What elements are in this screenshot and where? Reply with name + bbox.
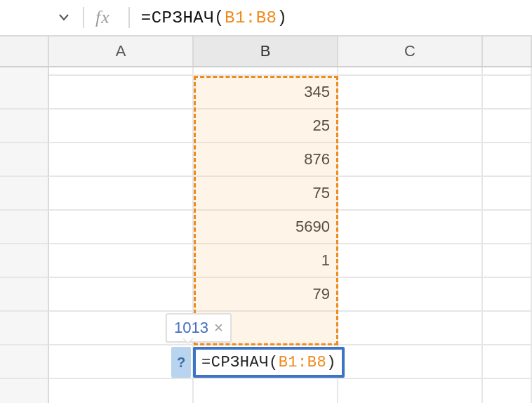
formula-rparen: ) [277, 8, 288, 27]
cell-B1[interactable]: 345 [194, 76, 338, 110]
table-row [0, 379, 532, 403]
ac-range: B1:B8 [279, 354, 327, 371]
cell-A10[interactable] [49, 379, 194, 403]
column-header-A[interactable]: A [49, 37, 194, 66]
ac-lparen: ( [269, 354, 279, 371]
cell[interactable] [194, 67, 338, 76]
name-box[interactable] [10, 0, 77, 35]
vertical-divider [128, 7, 130, 28]
table-row: 1 [0, 244, 532, 278]
ac-eq: = [201, 354, 211, 371]
table-row: 5690 [0, 211, 532, 244]
row-head[interactable] [0, 143, 49, 177]
cell-B7[interactable]: 79 [194, 278, 338, 312]
row-head[interactable] [0, 278, 49, 312]
cell-D6[interactable] [483, 244, 532, 278]
formula-result-preview: 1013 × [166, 313, 232, 343]
formula-range: B1:B8 [225, 8, 277, 27]
formula-bar: fx =СРЗНАЧ(B1:B8) [0, 0, 532, 37]
cell-D3[interactable] [483, 143, 532, 177]
cell-A4[interactable] [49, 177, 194, 211]
table-row: 876 [0, 143, 532, 177]
column-header-B[interactable]: B [194, 37, 338, 66]
fx-label: fx [95, 7, 110, 28]
cell-B6[interactable]: 1 [194, 244, 338, 278]
cell-C1[interactable] [338, 76, 483, 110]
cell-B4[interactable]: 75 [194, 177, 338, 211]
table-row: 79 [0, 278, 532, 312]
cell[interactable] [338, 67, 483, 76]
cell-C7[interactable] [338, 278, 483, 312]
vertical-divider [83, 7, 84, 28]
ac-rparen: ) [326, 354, 336, 371]
cell-C9[interactable] [338, 345, 483, 379]
cell-D5[interactable] [483, 211, 532, 244]
row-head[interactable] [0, 379, 49, 403]
cell-A2[interactable] [49, 110, 194, 143]
close-icon[interactable]: × [214, 320, 223, 336]
active-cell-input[interactable]: =СРЗНАЧ(B1:B8) [193, 347, 345, 378]
spreadsheet-grid: A B C 345 25 876 [0, 37, 532, 403]
cell-A6[interactable] [49, 244, 194, 278]
row-head[interactable] [0, 345, 49, 379]
cell-C8[interactable] [338, 312, 483, 345]
formula-lparen: ( [214, 8, 225, 27]
column-headers: A B C [0, 37, 532, 67]
cell-D2[interactable] [483, 110, 532, 143]
preview-value: 1013 [174, 319, 208, 337]
cell-A7[interactable] [49, 278, 194, 312]
cell-D7[interactable] [483, 278, 532, 312]
spacer-row [0, 67, 532, 76]
cell[interactable] [483, 67, 532, 76]
formula-helper-button[interactable]: ? [171, 347, 191, 378]
cell-D1[interactable] [483, 76, 532, 110]
row-head[interactable] [0, 110, 49, 143]
cell-C2[interactable] [338, 110, 483, 143]
cell-C4[interactable] [338, 177, 483, 211]
cell-D9[interactable] [483, 345, 532, 379]
cell-C5[interactable] [338, 211, 483, 244]
table-row: 345 [0, 76, 532, 110]
ac-fn-name: СРЗНАЧ [211, 354, 269, 371]
cell-D10[interactable] [483, 379, 532, 403]
formula-input[interactable]: =СРЗНАЧ(B1:B8) [141, 8, 288, 27]
cell-D4[interactable] [483, 177, 532, 211]
cell-A1[interactable] [49, 76, 194, 110]
cell-B10[interactable] [194, 379, 338, 403]
row-head[interactable] [0, 244, 49, 278]
cell-A3[interactable] [49, 143, 194, 177]
name-box-dropdown-icon [59, 14, 69, 21]
cell-B3[interactable]: 876 [194, 143, 338, 177]
row-head[interactable] [0, 177, 49, 211]
cell-A5[interactable] [49, 211, 194, 244]
row-head [0, 67, 49, 76]
formula-function-name: СРЗНАЧ [152, 8, 214, 27]
active-cell-editor: ? =СРЗНАЧ(B1:B8) [171, 347, 345, 378]
cell-B5[interactable]: 5690 [194, 211, 338, 244]
row-head[interactable] [0, 211, 49, 244]
column-header-C[interactable]: C [338, 37, 483, 66]
cell-C3[interactable] [338, 143, 483, 177]
cell-C10[interactable] [338, 379, 483, 403]
formula-eq: = [141, 8, 152, 27]
column-header-next[interactable] [483, 37, 532, 66]
cell-C6[interactable] [338, 244, 483, 278]
cell-B2[interactable]: 25 [194, 110, 338, 143]
table-row [0, 312, 532, 345]
table-row: 25 [0, 110, 532, 143]
cell-D8[interactable] [483, 312, 532, 345]
row-head[interactable] [0, 76, 49, 110]
table-row: 75 [0, 177, 532, 211]
select-all-corner[interactable] [0, 37, 49, 66]
cell[interactable] [49, 67, 194, 76]
row-head[interactable] [0, 312, 49, 345]
